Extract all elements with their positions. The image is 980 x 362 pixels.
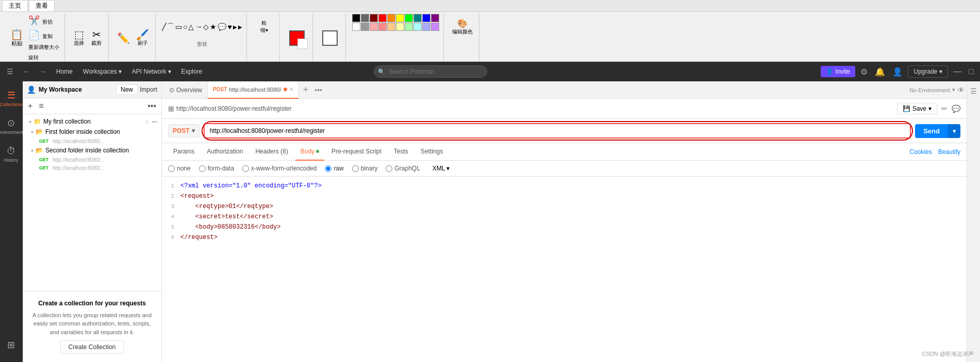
sidebar-item-history[interactable]: ⏱ History xyxy=(2,141,21,167)
request-item-2[interactable]: GET http://localhost:8080/... xyxy=(23,156,161,164)
invite-button[interactable]: 👤 Invite xyxy=(821,66,856,77)
collection-star[interactable]: ☆ xyxy=(145,119,150,125)
swatch-lavender[interactable] xyxy=(431,23,439,31)
maximize-button[interactable]: □ xyxy=(967,66,976,77)
copy-button[interactable]: 📄 复制 xyxy=(27,28,60,42)
home-link[interactable]: Home xyxy=(53,66,76,77)
comment-icon[interactable]: 💬 xyxy=(952,105,960,113)
swatch-lightgreen[interactable] xyxy=(405,23,413,31)
api-network-link[interactable]: API Network ▾ xyxy=(129,66,174,77)
rotate-button[interactable]: 旋转 xyxy=(27,53,60,62)
shape-diamond[interactable]: ◇ xyxy=(203,23,209,31)
radio-raw[interactable]: raw xyxy=(325,165,343,172)
avatar-icon[interactable]: 👤 xyxy=(890,66,905,78)
upgrade-button[interactable]: Upgrade ▾ xyxy=(908,65,948,78)
url-input[interactable] xyxy=(204,123,911,139)
workspaces-link[interactable]: Workspaces ▾ xyxy=(80,66,125,77)
swatch-salmon[interactable] xyxy=(378,23,387,31)
environment-selector[interactable]: No Environment xyxy=(909,87,950,93)
swatch-pink1[interactable] xyxy=(370,23,378,31)
swatch-teal[interactable] xyxy=(413,14,422,22)
resize-button[interactable]: 重新调整大小 xyxy=(27,43,60,52)
tab-overview[interactable]: ⊙ Overview xyxy=(164,81,208,99)
forward-button[interactable]: → xyxy=(37,66,49,77)
swatch-lightyellow[interactable] xyxy=(396,23,404,31)
swatch-red2[interactable] xyxy=(378,14,387,22)
request-item-1[interactable]: GET http://localhost:8080/... xyxy=(23,137,161,145)
radio-graphql[interactable]: GraphQL xyxy=(386,165,420,172)
swatch-yellow[interactable] xyxy=(396,14,404,22)
tab-tests[interactable]: Tests xyxy=(389,143,413,161)
select-button[interactable]: ⬚ 选择 xyxy=(71,25,87,51)
minimize-button[interactable]: — xyxy=(951,66,964,77)
edit-icon[interactable]: ✏ xyxy=(941,105,948,113)
swatch-white[interactable] xyxy=(352,23,360,31)
tab-headers[interactable]: Headers (8) xyxy=(250,143,293,161)
shape-more1[interactable]: ▶ xyxy=(233,24,237,30)
panel-more-icon[interactable]: ••• xyxy=(145,100,158,112)
shape-more2[interactable]: ▶ xyxy=(238,24,242,30)
tab-body[interactable]: Body xyxy=(295,143,324,161)
swatch-purple[interactable] xyxy=(431,14,439,22)
tab-params[interactable]: Params xyxy=(168,143,200,161)
send-arrow-button[interactable]: ▾ xyxy=(948,124,960,138)
swatch-black[interactable] xyxy=(352,14,360,22)
add-tab-button[interactable]: + xyxy=(299,84,313,95)
swatch-cyan[interactable] xyxy=(413,23,422,31)
sidebar-item-collections[interactable]: ☰ Collections xyxy=(2,85,21,111)
send-button[interactable]: Send xyxy=(915,124,948,138)
swatch-peach[interactable] xyxy=(387,23,395,31)
radio-binary[interactable]: binary xyxy=(352,165,378,172)
swatch-lightblue[interactable] xyxy=(422,23,430,31)
edit-color-button[interactable]: 🎨 编辑颜色 xyxy=(450,14,475,40)
shape-line[interactable]: ╱ xyxy=(162,23,166,31)
hamburger-menu[interactable]: ☰ xyxy=(4,66,16,77)
collection-item-first[interactable]: ▾ 📁 My first collection ☆ ••• xyxy=(23,116,161,127)
beautify-button[interactable]: Beautify xyxy=(938,148,960,156)
import-button[interactable]: Import xyxy=(140,84,157,95)
eye-icon[interactable]: 👁 xyxy=(957,86,965,94)
format-selector[interactable]: XML ▾ xyxy=(433,165,450,172)
tab-close-button[interactable]: ✕ xyxy=(289,87,293,92)
explore-link[interactable]: Explore xyxy=(178,66,206,77)
color2-box[interactable] xyxy=(322,30,338,46)
tab-more-button[interactable]: ••• xyxy=(312,86,324,94)
filter-icon[interactable]: ≡ xyxy=(37,100,45,112)
tab-settings[interactable]: Settings xyxy=(416,143,448,161)
tab-authorization[interactable]: Authorization xyxy=(202,143,248,161)
swatch-gray1[interactable] xyxy=(361,14,369,22)
radio-urlencoded[interactable]: x-www-form-urlencoded xyxy=(242,165,317,172)
radio-form-data[interactable]: form-data xyxy=(199,165,234,172)
shape-heart[interactable]: ♥ xyxy=(227,23,231,31)
cookies-button[interactable]: Cookies xyxy=(909,148,932,156)
radio-none[interactable]: none xyxy=(168,165,191,172)
create-collection-button[interactable]: Create Collection xyxy=(60,340,123,354)
sidebar-item-more[interactable]: ⊞ xyxy=(2,332,21,358)
bell-icon[interactable]: 🔔 xyxy=(873,66,887,78)
code-editor[interactable]: 1 <?xml version="1.0" encoding="UTF-8"?>… xyxy=(162,177,967,362)
tab-request-post[interactable]: POST http://localhost:8080/ ✕ xyxy=(208,81,299,99)
tab-pre-request[interactable]: Pre-request Script xyxy=(326,143,387,161)
brush-button[interactable]: 🖌️ 刷子 xyxy=(134,25,151,51)
sidebar-item-environments[interactable]: ⊙ Environments xyxy=(2,113,21,139)
shape-rect[interactable]: ▭ xyxy=(175,23,182,31)
right-edge-icon-1[interactable]: ☰ xyxy=(969,85,978,97)
swatch-orange[interactable] xyxy=(387,14,395,22)
settings-icon[interactable]: ⚙ xyxy=(858,66,870,78)
shape-triangle[interactable]: △ xyxy=(188,23,194,31)
save-button[interactable]: 💾 Save ▾ xyxy=(897,103,937,114)
cut-button[interactable]: ✂️ 剪切 xyxy=(27,14,60,27)
swatch-red1[interactable] xyxy=(370,14,378,22)
swatch-green1[interactable] xyxy=(405,14,413,22)
folder-item-second[interactable]: ▾ 📂 Second folder inside collection xyxy=(23,145,161,156)
folder-item-first[interactable]: ▾ 📂 First folder inside collection xyxy=(23,127,161,137)
request-item-3[interactable]: GET http://localhost:8080/... xyxy=(23,164,161,172)
shape-callout[interactable]: 💬 xyxy=(218,23,226,31)
shape-arrow[interactable]: → xyxy=(195,23,202,31)
shape-oval[interactable]: ○ xyxy=(183,23,187,31)
add-collection-icon[interactable]: + xyxy=(26,100,35,112)
crop-button[interactable]: ✂ 裁剪 xyxy=(89,25,104,51)
color1-box[interactable] xyxy=(289,30,305,46)
environment-chevron[interactable]: ▾ xyxy=(952,87,955,93)
new-button[interactable]: New xyxy=(116,84,138,95)
